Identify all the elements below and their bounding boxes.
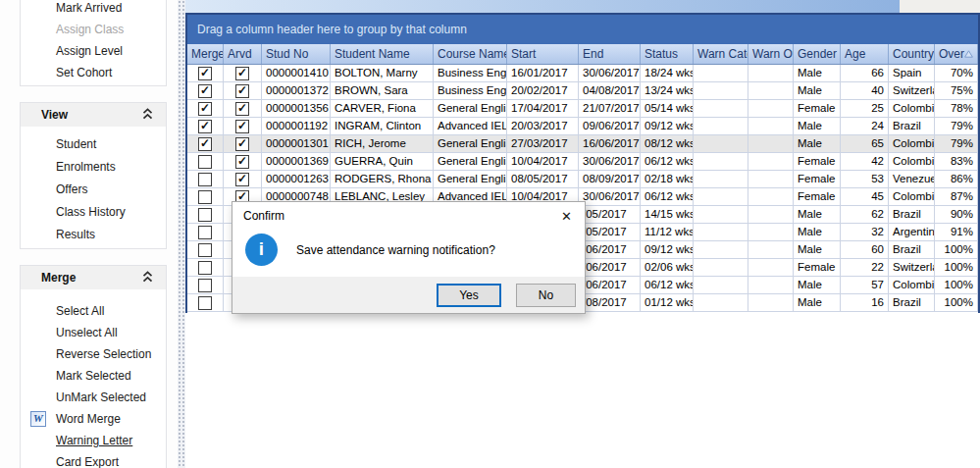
cell-country: Colombia: [889, 153, 935, 171]
sidebar-item-reverse-selection[interactable]: Reverse Selection: [21, 343, 166, 365]
cell-warn-cate: [694, 135, 748, 153]
sidebar-item-results[interactable]: Results: [21, 224, 166, 246]
group-by-hint: Drag a column header here to group by th…: [197, 23, 467, 36]
sidebar-item-mark-arrived[interactable]: Mark Arrived: [21, 0, 166, 19]
table-row[interactable]: 0000001369GUERRA, QuinGeneral English10/…: [187, 153, 978, 171]
yes-button[interactable]: Yes: [437, 284, 501, 307]
cell-country: Colombia: [889, 277, 935, 294]
sidebar-item-label: Assign Class: [56, 23, 124, 36]
arvd-checkbox[interactable]: [235, 155, 249, 169]
cell-age: 16: [841, 294, 889, 312]
column-header-age[interactable]: Age: [841, 44, 889, 64]
column-header-gender[interactable]: Gender: [794, 44, 841, 64]
cell-gender: Female: [794, 188, 841, 206]
arvd-checkbox[interactable]: [235, 137, 249, 151]
merge-checkbox[interactable]: [198, 120, 212, 133]
merge-checkbox[interactable]: [198, 84, 212, 98]
column-header-warn-ov[interactable]: Warn Ov: [748, 44, 794, 64]
column-header-over[interactable]: Over: [935, 44, 978, 64]
cell-over: 100%: [935, 277, 978, 294]
column-header-course[interactable]: Course Name: [434, 44, 507, 64]
merge-checkbox[interactable]: [198, 243, 212, 257]
cell-arvd: [224, 171, 262, 188]
sidebar-item-student[interactable]: Student: [21, 133, 166, 156]
cell-gender: Male: [794, 118, 841, 135]
table-row[interactable]: 0000001192INGRAM, ClintonAdvanced IELTS2…: [187, 118, 978, 135]
column-header-name[interactable]: Student Name: [331, 44, 434, 64]
no-button[interactable]: No: [516, 284, 576, 307]
cell-name: INGRAM, Clinton: [331, 118, 434, 135]
column-header-end[interactable]: End: [579, 44, 641, 64]
arvd-checkbox[interactable]: [235, 120, 249, 133]
merge-checkbox[interactable]: [198, 102, 212, 116]
cell-age: 24: [841, 118, 889, 135]
merge-checkbox[interactable]: [198, 173, 212, 186]
arvd-checkbox[interactable]: [235, 102, 249, 116]
column-header-merge[interactable]: Merge: [187, 44, 224, 64]
table-row[interactable]: 0000001410BOLTON, MarnyBusiness English1…: [187, 65, 978, 82]
table-row[interactable]: 0000001301RICH, JeromeGeneral English27/…: [187, 135, 978, 153]
column-header-stud-no[interactable]: Stud No: [262, 44, 331, 64]
merge-checkbox[interactable]: [198, 137, 212, 151]
sidebar-item-mark-selected[interactable]: Mark Selected: [21, 365, 166, 387]
sidebar-item-card-export[interactable]: Card Export: [21, 451, 166, 468]
cell-warn-cate: [694, 153, 748, 171]
collapse-chevron-icon[interactable]: [142, 108, 153, 123]
sidebar-item-unselect-all[interactable]: Unselect All: [21, 322, 166, 343]
word-icon: W: [30, 411, 46, 427]
column-header-label: Start: [511, 47, 536, 61]
cell-warn-cate: [694, 171, 748, 188]
cell-course: Advanced IELTS: [434, 118, 507, 135]
group-by-panel[interactable]: Drag a column header here to group by th…: [187, 15, 978, 44]
collapse-chevron-icon[interactable]: [142, 271, 153, 286]
cell-gender: Female: [794, 153, 841, 171]
cell-age: 66: [841, 65, 889, 82]
cell-course: General English: [434, 171, 507, 188]
cell-over: 86%: [935, 171, 978, 188]
arvd-checkbox[interactable]: [235, 173, 249, 186]
sidebar-item-word-merge[interactable]: WWord Merge: [21, 408, 166, 430]
merge-checkbox[interactable]: [198, 67, 212, 80]
table-row[interactable]: 0000001356CARVER, FionaGeneral English17…: [187, 100, 978, 118]
cell-merge: [187, 82, 224, 100]
cell-merge: [187, 259, 224, 277]
cell-warn-cate: [694, 118, 748, 135]
column-header-arvd[interactable]: Arvd: [224, 44, 262, 64]
sidebar-item-enrolments[interactable]: Enrolments: [21, 156, 166, 179]
sidebar-item-warning-letter[interactable]: Warning Letter: [21, 430, 166, 451]
table-row[interactable]: 0000001263RODGERS, RhonaGeneral English0…: [187, 171, 978, 188]
cell-warn-ov: [748, 153, 794, 171]
merge-checkbox[interactable]: [198, 226, 212, 239]
cell-over: 78%: [935, 100, 978, 118]
merge-checkbox[interactable]: [198, 208, 212, 222]
column-header-status[interactable]: Status: [641, 44, 694, 64]
grid-header-row: MergeArvdStud NoStudent NameCourse NameS…: [187, 44, 978, 65]
cell-status: 11/12 wks: [641, 224, 694, 241]
merge-checkbox[interactable]: [198, 155, 212, 169]
sidebar-item-class-history[interactable]: Class History: [21, 201, 166, 224]
merge-checkbox[interactable]: [198, 190, 212, 204]
cell-arvd: [224, 135, 262, 153]
cell-end: 30/06/2017: [579, 153, 641, 171]
column-header-country[interactable]: Country: [889, 44, 935, 64]
sidebar-item-assign-level[interactable]: Assign Level: [21, 40, 166, 62]
merge-checkbox[interactable]: [198, 296, 212, 310]
sidebar-item-unmark-selected[interactable]: UnMark Selected: [21, 387, 166, 408]
column-header-label: Over: [939, 47, 964, 61]
merge-checkbox[interactable]: [198, 261, 212, 275]
section-header-merge[interactable]: Merge: [21, 266, 166, 289]
sidebar-item-select-all[interactable]: Select All: [21, 300, 166, 322]
arvd-checkbox[interactable]: [235, 84, 249, 98]
merge-checkbox[interactable]: [198, 279, 212, 292]
close-icon[interactable]: ✕: [561, 210, 572, 223]
sidebar-item-set-cohort[interactable]: Set Cohort: [21, 62, 166, 83]
dialog-titlebar[interactable]: Confirm ✕: [232, 202, 585, 227]
column-header-warn-cate[interactable]: Warn Cate: [694, 44, 748, 64]
column-header-start[interactable]: Start: [507, 44, 579, 64]
sidebar-splitter[interactable]: [178, 0, 185, 468]
table-row[interactable]: 0000001372BROWN, SaraBusiness English20/…: [187, 82, 978, 100]
sidebar-item-offers[interactable]: Offers: [21, 179, 166, 201]
section-header-view[interactable]: View: [21, 103, 166, 127]
cell-status: 13/24 wks: [641, 82, 694, 100]
arvd-checkbox[interactable]: [235, 67, 249, 80]
